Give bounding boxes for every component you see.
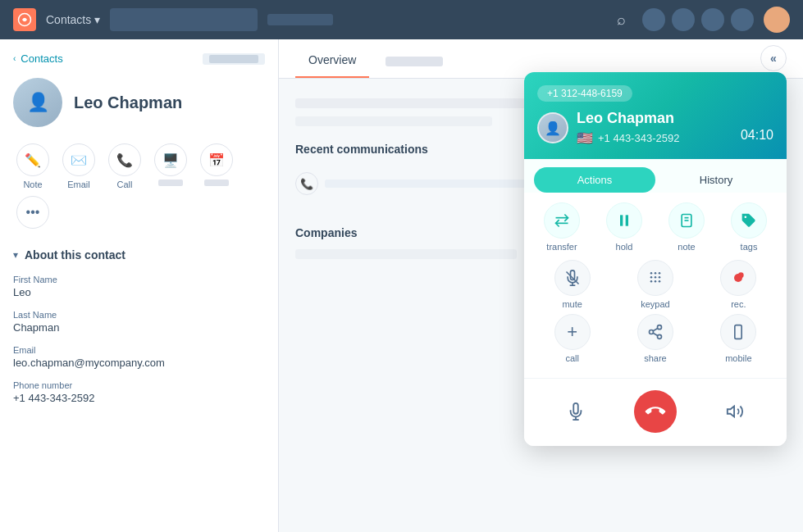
microphone-button[interactable] (558, 393, 594, 430)
action-hold[interactable]: hold (596, 202, 652, 252)
nav-circles (642, 8, 754, 31)
call-contact-number: 🇺🇸 +1 443-343-2592 (577, 130, 679, 146)
phone-label: Phone number (13, 380, 265, 390)
contact-name: Leo Chapman (74, 93, 182, 112)
mobile-label: mobile (725, 353, 751, 363)
collapse-button[interactable]: « (760, 45, 787, 71)
breadcrumb-dropdown[interactable] (203, 53, 265, 65)
field-email: Email leo.chapman@mycompany.com (13, 345, 265, 369)
nav-circle-3[interactable] (701, 8, 724, 31)
contact-avatar: 👤 (13, 78, 62, 127)
svg-rect-26 (735, 325, 741, 339)
flag-icon: 🇺🇸 (577, 130, 593, 146)
first-name-label: First Name (13, 275, 265, 284)
action-rec[interactable]: rec. (700, 260, 777, 309)
action-more[interactable]: ••• (13, 196, 52, 229)
action-tags[interactable]: tags (721, 202, 777, 252)
rec-icon (720, 260, 756, 296)
about-title: About this contact (25, 248, 125, 261)
note-call-icon (668, 202, 705, 239)
nav-circle-4[interactable] (731, 8, 754, 31)
note-label: Note (23, 180, 42, 189)
end-call-button[interactable] (634, 390, 677, 433)
phone-value: +1 443-343-2592 (13, 392, 265, 404)
placeholder-2 (295, 116, 492, 126)
hold-label: hold (616, 242, 633, 252)
transfer-icon (544, 202, 580, 239)
nav-circle-1[interactable] (642, 8, 665, 31)
nav-contacts-button[interactable]: Contacts ▾ (46, 13, 100, 26)
user-avatar[interactable] (764, 7, 790, 33)
note-icon: ✏️ (16, 143, 49, 176)
email-icon: ✉️ (62, 143, 95, 176)
field-phone: Phone number +1 443-343-2592 (13, 380, 265, 404)
svg-point-6 (745, 216, 747, 219)
tab-second[interactable] (372, 45, 456, 78)
svg-point-12 (659, 272, 661, 275)
about-chevron-icon: ▾ (13, 249, 18, 261)
first-name-value: Leo (13, 286, 265, 298)
mobile-icon (720, 314, 756, 350)
sidebar: ‹ Contacts 👤 Leo Chapman ✏️ Note ✉️ Emai… (0, 39, 279, 532)
breadcrumb-chevron: ‹ (13, 54, 16, 63)
svg-point-13 (650, 276, 653, 279)
action-call[interactable]: 📞 Call (105, 143, 144, 189)
svg-point-16 (650, 280, 653, 283)
comm-phone-icon: 📞 (295, 172, 318, 195)
svg-point-10 (650, 272, 653, 275)
breadcrumb[interactable]: ‹ Contacts (13, 52, 265, 65)
action-mobile[interactable]: mobile (700, 314, 777, 363)
action-note[interactable]: ✏️ Note (13, 143, 52, 189)
call-contact-avatar: 👤 (537, 112, 568, 143)
main-layout: ‹ Contacts 👤 Leo Chapman ✏️ Note ✉️ Emai… (0, 39, 803, 532)
field-first-name: First Name Leo (13, 275, 265, 298)
action-mute[interactable]: mute (534, 260, 610, 309)
volume-button[interactable] (717, 393, 753, 430)
widget-tab-actions[interactable]: Actions (534, 167, 655, 193)
action-add-call[interactable]: + call (534, 314, 610, 363)
email-value: leo.chapman@mycompany.com (13, 357, 265, 369)
nav-contacts-label: Contacts (46, 13, 91, 26)
last-name-value: Chapman (13, 321, 265, 334)
action-keypad[interactable]: keypad (617, 260, 693, 309)
nav-circle-2[interactable] (672, 8, 695, 31)
email-label: Email (67, 180, 90, 189)
keypad-icon (637, 260, 673, 296)
action-email[interactable]: ✉️ Email (59, 143, 98, 189)
svg-point-15 (659, 276, 661, 279)
more-icon: ••• (16, 196, 49, 229)
monitor-label (158, 180, 183, 186)
tab-overview[interactable]: Overview (295, 43, 369, 78)
call-widget-header: +1 312-448-6159 👤 Leo Chapman 🇺🇸 +1 443-… (524, 72, 787, 159)
action-calendar[interactable]: 📅 (197, 143, 236, 189)
action-monitor[interactable]: 🖥️ (151, 143, 190, 189)
call-label: Call (117, 180, 133, 189)
call-contact-name: Leo Chapman (577, 110, 679, 127)
about-header[interactable]: ▾ About this contact (13, 248, 265, 261)
action-transfer[interactable]: transfer (534, 202, 590, 252)
search-icon[interactable]: ⌕ (617, 11, 626, 29)
svg-line-24 (653, 333, 658, 335)
email-label: Email (13, 345, 265, 355)
transfer-label: transfer (546, 242, 577, 252)
companies-placeholder (295, 249, 517, 259)
action-buttons: ✏️ Note ✉️ Email 📞 Call 🖥️ 📅 ••• (13, 143, 265, 229)
svg-point-14 (655, 276, 657, 279)
widget-tab-history[interactable]: History (655, 167, 777, 193)
rec-label: rec. (731, 299, 746, 309)
top-navigation: Contacts ▾ ⌕ (0, 0, 803, 39)
svg-rect-2 (626, 215, 628, 225)
calendar-label (204, 180, 229, 186)
hubspot-logo[interactable] (13, 8, 36, 31)
action-note[interactable]: note (659, 202, 714, 252)
call-controls (524, 378, 787, 446)
share-label: share (644, 353, 667, 363)
action-share[interactable]: share (617, 314, 693, 363)
contact-header: 👤 Leo Chapman (13, 78, 265, 127)
call-contact-info: Leo Chapman 🇺🇸 +1 443-343-2592 (577, 110, 679, 146)
call-icon: 📞 (108, 143, 141, 176)
field-last-name: Last Name Chapman (13, 310, 265, 334)
share-icon (637, 314, 673, 350)
tags-icon (731, 202, 767, 239)
svg-point-23 (657, 334, 661, 339)
